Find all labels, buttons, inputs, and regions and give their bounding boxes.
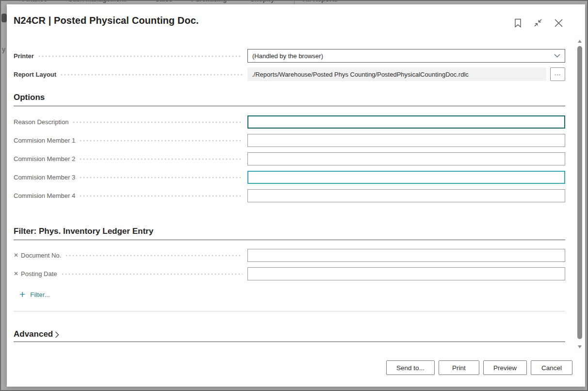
commision-member-3-label: Commision Member 3 [14,174,75,181]
dimmed-background-nav: Finance ∨ Cash Management ∨ Sales ∨ Purc… [1,1,587,4]
commision-member-3-input[interactable] [247,171,565,184]
scrollbar-thumb[interactable] [577,46,582,339]
report-layout-value: ./Reports/Warehouse/Posted Phys Counting… [247,67,546,81]
chevron-down-icon: ∨ [231,1,234,1]
chevron-down-icon [554,54,560,58]
reason-description-label: Reason Description [14,118,68,126]
add-filter-link[interactable]: + Filter... [19,291,50,298]
dialog-title: N24CR | Posted Physical Counting Doc. [14,15,199,26]
remove-filter-icon[interactable]: ✕ [14,252,18,259]
chevron-down-icon: ∨ [278,1,282,1]
commision-member-2-input[interactable] [247,152,565,165]
report-layout-label: Report Layout [14,71,56,78]
dotted-leader [80,140,243,142]
chevron-down-icon: ∨ [55,1,59,1]
bookmark-icon[interactable] [511,16,524,29]
filter-section-title: Filter: Phys. Inventory Ledger Entry [14,227,153,236]
dotted-leader [38,55,243,57]
commision-member-1-label: Commision Member 1 [14,137,75,144]
nav-item-shopify: Shopify [250,1,275,3]
commision-member-4-row: Commision Member 4 [14,189,565,202]
print-button[interactable]: Print [439,360,479,375]
report-layout-browse-button[interactable]: ... [550,67,565,81]
printer-select[interactable]: (Handled by the browser) [247,49,565,63]
posting-date-label: Posting Date [21,270,57,277]
chevron-right-icon [55,331,59,338]
commision-member-2-label: Commision Member 2 [14,155,75,163]
commision-member-1-row: Commision Member 1 [14,133,565,147]
scroll-up-arrow[interactable] [576,38,583,45]
dotted-leader [80,158,243,160]
document-no-input[interactable] [247,249,565,262]
dotted-leader [73,121,243,123]
nav-item-sales: Sales [155,1,172,3]
dialog-footer: Send to... Print Preview Cancel [386,360,572,375]
nav-item-all-reports: All Reports [303,1,338,3]
scroll-down-arrow[interactable] [576,343,583,350]
printer-value: (Handled by the browser) [252,52,323,60]
nav-item-purchasing: Purchasing [191,1,227,3]
section-divider [14,342,565,342]
send-to-button[interactable]: Send to... [386,360,435,375]
printer-row: Printer (Handled by the browser) [14,49,565,63]
commision-member-4-input[interactable] [247,189,565,202]
commision-member-2-row: Commision Member 2 [14,152,565,165]
report-request-dialog: N24CR | Posted Physical Counting Doc. Pr… [7,4,585,387]
collapse-icon[interactable] [532,16,544,29]
close-icon[interactable] [552,16,565,29]
section-divider [14,240,565,240]
dotted-leader [62,273,243,275]
browser-window: Finance ∨ Cash Management ∨ Sales ∨ Purc… [0,0,588,391]
section-divider [14,311,565,311]
background-fragment: y [2,46,7,54]
plus-icon: + [19,291,25,298]
dotted-leader [80,195,243,197]
preview-button[interactable]: Preview [483,360,527,375]
printer-label: Printer [14,52,34,60]
advanced-section-title: Advanced [14,329,53,339]
posting-date-filter-row: ✕ Posting Date [14,267,565,280]
chevron-down-icon: ∨ [177,1,180,1]
commision-member-3-row: Commision Member 3 [14,170,565,184]
document-no-filter-row: ✕ Document No. [14,248,565,262]
posting-date-input[interactable] [247,267,565,280]
advanced-section-toggle[interactable]: Advanced [14,329,59,339]
section-divider [14,106,565,106]
commision-member-1-input[interactable] [247,134,565,147]
nav-item-finance: Finance [22,1,47,3]
nav-divider [294,1,294,4]
background-fragment [1,14,7,22]
nav-item-cash-management: Cash Management [68,1,126,3]
commision-member-4-label: Commision Member 4 [14,192,75,199]
options-section-title: Options [14,93,45,102]
dotted-leader [65,255,243,257]
dotted-leader [61,74,243,76]
reason-description-input[interactable] [247,115,565,129]
add-filter-label: Filter... [30,291,50,298]
remove-filter-icon[interactable]: ✕ [14,270,18,277]
dotted-leader [80,177,243,179]
report-layout-row: Report Layout ./Reports/Warehouse/Posted… [14,67,565,81]
chevron-down-icon: ∨ [136,1,139,1]
cancel-button[interactable]: Cancel [531,360,572,375]
vertical-scrollbar[interactable] [576,37,583,351]
reason-description-row: Reason Description [14,115,565,129]
document-no-label: Document No. [21,252,61,259]
